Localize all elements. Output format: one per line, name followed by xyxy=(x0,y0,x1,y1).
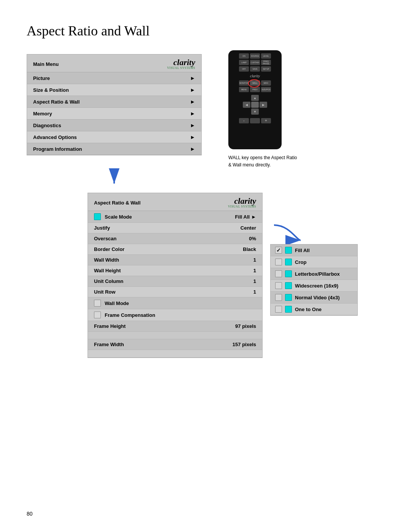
normal-checkbox[interactable] xyxy=(275,294,282,301)
remote-btn-menu: MENU xyxy=(239,87,249,92)
unit-column-value: 1 xyxy=(253,278,256,284)
aspect-item-frame-height[interactable]: Frame Height 97 pixels xyxy=(88,321,262,332)
remote-btn-source: SOURCE xyxy=(250,53,260,59)
aspect-item-unit-column[interactable]: Unit Column 1 xyxy=(88,276,262,287)
right-panel: ✓ Fill All Crop Letterbox/Pillarb xyxy=(274,193,358,316)
one-to-one-checkbox[interactable] xyxy=(275,306,282,313)
justify-label: Justify xyxy=(94,225,110,231)
widescreen-label: Widescreen (16x9) xyxy=(295,283,338,289)
wall-height-value: 1 xyxy=(253,268,256,273)
border-color-value: Black xyxy=(243,246,256,252)
aspect-item-scale-mode[interactable]: Scale Mode Fill All ► xyxy=(88,211,262,223)
arrow-aspect-to-scale xyxy=(274,221,304,244)
menu-item-arrow: ► xyxy=(190,87,195,93)
aspect-item-justify[interactable]: Justify Center xyxy=(88,223,262,233)
widescreen-icon xyxy=(285,282,292,289)
aspect-item-spacer2 xyxy=(88,350,262,358)
scale-option-normal[interactable]: Normal Video (4x3) xyxy=(271,292,357,304)
scale-option-fill-all[interactable]: ✓ Fill All xyxy=(271,244,357,256)
remote-btn-curtain: CURTAIN xyxy=(250,60,260,65)
remote-note-area: WALL key opens the Aspect Ratio & Wall m… xyxy=(228,154,301,168)
menu-item-arrow: ► xyxy=(190,134,195,140)
remote-btn-freq: FREQPHASE xyxy=(261,60,271,65)
fill-all-checkbox[interactable]: ✓ xyxy=(275,247,282,254)
remote-note-text: WALL key opens the Aspect Ratio & Wall m… xyxy=(228,155,297,168)
aspect-item-wall-width[interactable]: Wall Width 1 xyxy=(88,255,262,265)
overscan-label: Overscan xyxy=(94,236,116,241)
justify-value: Center xyxy=(241,225,256,231)
dpad-right: ▶ xyxy=(260,102,267,108)
menu-item-label: Program Information xyxy=(33,146,82,152)
menu-item-label: Size & Position xyxy=(33,87,69,93)
frame-width-value: 157 pixels xyxy=(233,342,256,347)
frame-comp-checkbox[interactable] xyxy=(94,312,101,318)
remote-btn-monitor: MONITOR xyxy=(239,80,249,86)
page-title: Aspect Ratio and Wall xyxy=(27,23,384,39)
main-menu-title: Main Menu xyxy=(33,61,59,67)
aspect-item-border-color[interactable]: Border Color Black xyxy=(88,244,262,255)
wall-height-label: Wall Height xyxy=(94,268,121,273)
main-menu-panel: Main Menu clarity VISUAL SYSTEMS Picture… xyxy=(27,54,202,155)
normal-label: Normal Video (4x3) xyxy=(295,295,340,300)
main-menu-items: Picture ► Size & Position ► Aspect Ratio… xyxy=(27,72,201,155)
arrow-main-to-aspect xyxy=(27,168,202,191)
remote-btn-lamp: LAMP xyxy=(239,60,249,65)
dpad-down: ▼ xyxy=(251,109,259,115)
unit-row-label: Unit Row xyxy=(94,289,115,295)
wall-mode-checkbox[interactable] xyxy=(94,300,101,307)
remote-btn-plus: + xyxy=(261,118,271,123)
menu-item-label: Picture xyxy=(33,75,50,81)
menu-item-program-info[interactable]: Program Information ► xyxy=(27,143,201,155)
aspect-item-overscan[interactable]: Overscan 0% xyxy=(88,233,262,244)
normal-icon xyxy=(285,294,292,301)
aspect-menu-items: Scale Mode Fill All ► Justify Center xyxy=(88,211,262,358)
scale-mode-icon xyxy=(94,213,101,220)
menu-item-size-position[interactable]: Size & Position ► xyxy=(27,84,201,96)
menu-item-diagnostics[interactable]: Diagnostics ► xyxy=(27,120,201,131)
scale-option-widescreen[interactable]: Widescreen (16x9) xyxy=(271,280,357,292)
menu-item-arrow: ► xyxy=(190,110,195,117)
menu-item-label: Advanced Options xyxy=(33,134,77,140)
remote-btn-level: LEVEL xyxy=(261,53,271,59)
scale-option-crop[interactable]: Crop xyxy=(271,256,357,268)
remote-control: ON SOURCE LEVEL LAMP CURTAIN FREQPHASE O… xyxy=(228,50,282,149)
clarity-logo-aspect: clarity VISUAL SYSTEMS xyxy=(228,197,256,208)
scale-mode-value: Fill All ► xyxy=(235,214,256,220)
frame-comp-label: Frame Compensation xyxy=(105,312,155,318)
letterbox-icon xyxy=(285,270,292,277)
menu-item-advanced[interactable]: Advanced Options ► xyxy=(27,131,201,143)
crop-checkbox[interactable] xyxy=(275,259,282,265)
main-menu-header: Main Menu clarity VISUAL SYSTEMS xyxy=(27,54,201,72)
clarity-logo-sub2: VISUAL SYSTEMS xyxy=(228,205,256,208)
unit-column-label: Unit Column xyxy=(94,278,123,284)
aspect-item-spacer1 xyxy=(88,332,262,339)
menu-item-arrow: ► xyxy=(190,122,195,128)
letterbox-checkbox[interactable] xyxy=(275,270,282,277)
aspect-ratio-panel: Aspect Ratio & Wall clarity VISUAL SYSTE… xyxy=(88,193,263,358)
wall-width-label: Wall Width xyxy=(94,257,119,263)
menu-item-picture[interactable]: Picture ► xyxy=(27,72,201,84)
overscan-value: 0% xyxy=(249,236,256,241)
aspect-item-wall-height[interactable]: Wall Height 1 xyxy=(88,265,262,276)
aspect-item-unit-row[interactable]: Unit Row 1 xyxy=(88,287,262,297)
arrow-svg-right xyxy=(274,221,304,244)
remote-clarity-logo: clarity xyxy=(250,74,260,78)
menu-item-arrow: ► xyxy=(190,99,195,105)
unit-row-value: 1 xyxy=(253,289,256,295)
frame-height-value: 97 pixels xyxy=(235,323,256,329)
scale-option-one-to-one[interactable]: One to One xyxy=(271,304,357,315)
menu-item-arrow: ► xyxy=(190,146,195,152)
remote-btn-blank xyxy=(250,118,260,123)
aspect-item-wall-mode[interactable]: Wall Mode xyxy=(88,297,262,309)
clarity-logo-sub: VISUAL SYSTEMS xyxy=(167,67,195,70)
remote-btn-minus: - xyxy=(239,118,249,123)
widescreen-checkbox[interactable] xyxy=(275,282,282,289)
aspect-item-frame-comp[interactable]: Frame Compensation xyxy=(88,309,262,321)
scale-mode-label: Scale Mode xyxy=(105,214,132,220)
menu-item-memory[interactable]: Memory ► xyxy=(27,108,201,120)
scale-option-letterbox[interactable]: Letterbox/Pillarbox xyxy=(271,268,357,280)
menu-item-aspect-ratio[interactable]: Aspect Ratio & Wall ► xyxy=(27,96,201,108)
clarity-logo-main: clarity VISUAL SYSTEMS xyxy=(167,58,195,70)
scale-mode-arrow: ► xyxy=(251,214,256,220)
aspect-item-frame-width[interactable]: Frame Width 157 pixels xyxy=(88,339,262,350)
